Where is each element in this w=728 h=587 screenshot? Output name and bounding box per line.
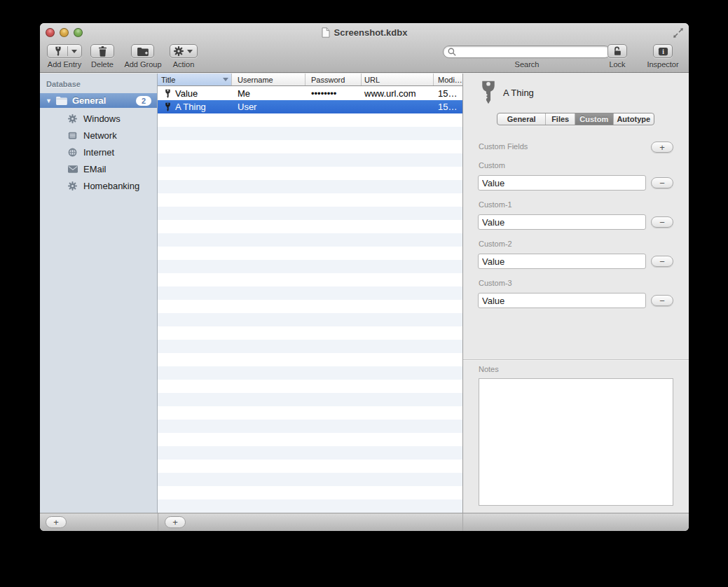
custom-field-label: Custom-3 — [479, 279, 512, 287]
column-header-password[interactable]: Password — [305, 74, 362, 85]
gear-icon — [68, 181, 79, 191]
sidebar-section-header: Database — [46, 80, 157, 88]
folder-plus-icon — [137, 47, 149, 56]
action-button[interactable] — [170, 44, 198, 58]
search-input[interactable] — [459, 47, 606, 57]
column-header-url[interactable]: URL — [362, 74, 434, 85]
cell-password — [305, 100, 362, 113]
remove-custom-field-button[interactable]: − — [651, 295, 673, 306]
column-header-title[interactable]: Title — [158, 74, 232, 85]
inspector-panel: A Thing General Files Custom Autotype Cu… — [462, 74, 689, 513]
tab-autotype[interactable]: Autotype — [614, 113, 654, 125]
inspector-tabs: General Files Custom Autotype — [497, 113, 654, 125]
sidebar-item-homebanking[interactable]: Homebanking — [40, 177, 157, 194]
column-header-modified[interactable]: Modi… — [434, 74, 462, 85]
sidebar-item-label: Network — [83, 130, 117, 141]
svg-text:i: i — [662, 48, 664, 55]
cell-username: User — [232, 100, 305, 113]
document-icon — [322, 27, 330, 38]
window-header: Screenshot.kdbx Add Entry — [40, 23, 689, 73]
key-icon — [55, 46, 62, 57]
action-label: Action — [170, 60, 198, 69]
sidebar-item-network[interactable]: Network — [40, 127, 157, 144]
bottom-bar: + + — [40, 513, 689, 531]
sidebar-item-windows[interactable]: Windows — [40, 110, 157, 127]
app-window: Screenshot.kdbx Add Entry — [40, 23, 689, 531]
window-title-area: Screenshot.kdbx — [40, 23, 689, 42]
lock-label: Lock — [607, 60, 627, 69]
custom-fields-heading: Custom Fields — [479, 142, 528, 151]
add-group-button[interactable] — [131, 44, 154, 58]
add-entry-label: Add Entry — [47, 60, 82, 69]
inspector-button[interactable]: i — [653, 44, 673, 58]
remove-custom-field-button[interactable]: − — [651, 256, 673, 267]
add-entry-button[interactable] — [47, 44, 82, 58]
disclosure-triangle-icon[interactable]: ▼ — [46, 97, 52, 104]
unlock-icon — [612, 46, 623, 57]
custom-field-label: Custom-2 — [479, 240, 512, 248]
key-icon — [165, 102, 171, 112]
sidebar-group-general[interactable]: ▼ General 2 — [40, 93, 157, 108]
sidebar-item-internet[interactable]: Internet — [40, 144, 157, 160]
sidebar: Database ▼ General 2 Windows Network — [40, 74, 158, 513]
server-icon — [68, 131, 79, 140]
envelope-icon — [68, 165, 79, 173]
inspector-label: Inspector — [645, 60, 681, 69]
cell-username: Me — [232, 87, 305, 100]
cell-url — [362, 100, 434, 113]
table-row[interactable]: Value Me •••••••• www.url.com 15… — [158, 87, 462, 100]
tab-files[interactable]: Files — [546, 113, 575, 125]
column-header-username[interactable]: Username — [232, 74, 305, 85]
fullscreen-icon[interactable] — [673, 27, 684, 39]
table-body: Value Me •••••••• www.url.com 15… A Thin… — [158, 87, 462, 513]
cell-url: www.url.com — [362, 87, 434, 100]
entries-add-entry-button[interactable]: + — [165, 516, 186, 528]
sidebar-item-label: Homebanking — [83, 181, 139, 191]
cell-modified: 15… — [434, 100, 462, 113]
window-title: Screenshot.kdbx — [334, 27, 408, 38]
cell-title: A Thing — [175, 102, 206, 112]
custom-field-label: Custom-1 — [479, 200, 512, 209]
custom-field-label: Custom — [479, 161, 505, 170]
custom-field-input[interactable] — [478, 175, 646, 191]
sidebar-item-label: Internet — [83, 147, 114, 158]
notes-textarea[interactable] — [479, 378, 673, 506]
table-row-selected[interactable]: A Thing User 15… — [158, 100, 462, 113]
globe-icon — [68, 148, 79, 157]
search-field[interactable] — [443, 46, 611, 58]
custom-field-input[interactable] — [478, 293, 646, 308]
search-label: Search — [443, 60, 611, 69]
tab-custom[interactable]: Custom — [575, 113, 614, 125]
key-icon — [165, 89, 171, 99]
cell-title: Value — [175, 88, 198, 99]
remove-custom-field-button[interactable]: − — [651, 216, 673, 228]
gear-icon — [174, 46, 184, 56]
sidebar-group-label: General — [72, 95, 136, 106]
divider — [158, 513, 158, 531]
delete-label: Delete — [90, 60, 114, 69]
info-icon: i — [658, 46, 668, 57]
entry-title: A Thing — [503, 88, 534, 98]
delete-button[interactable] — [90, 44, 114, 58]
notes-label: Notes — [479, 365, 499, 373]
custom-field-input[interactable] — [478, 254, 646, 269]
sidebar-item-label: EMail — [83, 164, 107, 174]
tab-general[interactable]: General — [497, 113, 546, 125]
sidebar-item-email[interactable]: EMail — [40, 160, 157, 177]
chevron-down-icon — [187, 50, 193, 53]
lock-button[interactable] — [607, 44, 627, 58]
sort-descending-icon — [223, 78, 228, 81]
sidebar-add-group-button[interactable]: + — [46, 516, 67, 528]
content-area: Database ▼ General 2 Windows Network — [40, 74, 689, 513]
add-custom-field-button[interactable]: + — [651, 141, 673, 153]
gear-icon — [68, 114, 79, 123]
add-group-label: Add Group — [121, 60, 165, 69]
titlebar[interactable]: Screenshot.kdbx — [40, 23, 689, 42]
cell-modified: 15… — [434, 87, 462, 100]
custom-field-input[interactable] — [478, 214, 646, 230]
chevron-down-icon — [71, 50, 77, 53]
folder-icon — [55, 96, 67, 105]
key-icon — [480, 79, 497, 109]
remove-custom-field-button[interactable]: − — [651, 177, 673, 188]
group-count-badge: 2 — [136, 96, 151, 106]
